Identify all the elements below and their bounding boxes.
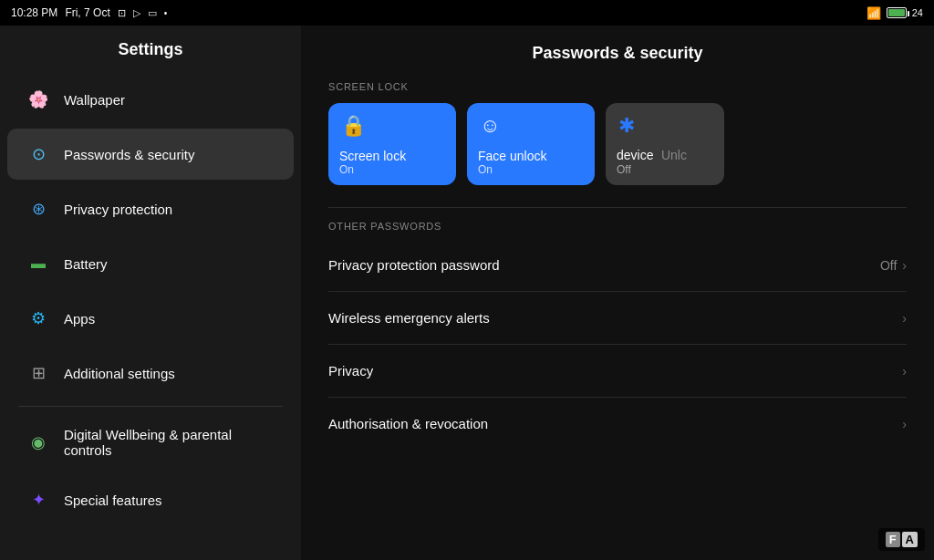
sidebar-additional-label: Additional settings bbox=[64, 366, 175, 381]
privacy-item[interactable]: Privacy › bbox=[328, 348, 907, 393]
divider-4 bbox=[328, 397, 907, 398]
additional-icon: ⊞ bbox=[26, 360, 51, 386]
privacy-password-label: Privacy protection password bbox=[328, 257, 500, 273]
time-display: 10:28 PM bbox=[11, 6, 57, 19]
chevron-icon-2: › bbox=[902, 311, 907, 326]
sidebar-item-passwords[interactable]: ⊙ Passwords & security bbox=[7, 129, 294, 180]
special-icon: ✦ bbox=[26, 487, 51, 513]
sidebar-item-special[interactable]: ✦ Special features bbox=[7, 474, 294, 525]
auth-revocation-label: Authorisation & revocation bbox=[328, 416, 488, 431]
sidebar-item-wallpaper[interactable]: 🌸 Wallpaper bbox=[7, 74, 294, 125]
sidebar-battery-label: Battery bbox=[64, 256, 108, 272]
privacy-password-right: Off › bbox=[880, 258, 907, 273]
watermark: F A bbox=[878, 528, 925, 551]
sidebar-item-label: Wallpaper bbox=[64, 92, 125, 108]
privacy-password-value: Off bbox=[880, 258, 897, 273]
device-status: Off bbox=[617, 163, 631, 176]
battery-sidebar-icon: ▬ bbox=[26, 251, 51, 276]
sidebar-item-battery[interactable]: ▬ Battery bbox=[7, 238, 294, 289]
privacy-protection-password-item[interactable]: Privacy protection password Off › bbox=[328, 243, 907, 287]
face-icon: ☺ bbox=[480, 114, 500, 138]
screen-lock-status: On bbox=[339, 163, 354, 176]
watermark-a: A bbox=[902, 532, 918, 547]
lock-cards: 🔒 Screen lock On ☺ Face unlock On ✱ devi… bbox=[328, 103, 907, 185]
wireless-alerts-label: Wireless emergency alerts bbox=[328, 310, 490, 326]
privacy-label: Privacy bbox=[328, 363, 373, 379]
battery-icon bbox=[887, 7, 907, 18]
apps-icon: ⚙ bbox=[26, 306, 51, 331]
chevron-icon-3: › bbox=[902, 364, 907, 379]
passwords-icon: ⊙ bbox=[26, 141, 51, 167]
auth-revocation-right: › bbox=[902, 417, 907, 431]
status-bar: 10:28 PM Fri, 7 Oct ⊡ ▷ ▭ • 📶 24 bbox=[0, 0, 934, 26]
sidebar: Settings 🌸 Wallpaper ⊙ Passwords & secur… bbox=[0, 26, 301, 560]
watermark-f: F bbox=[886, 532, 900, 547]
status-bar-right: 📶 24 bbox=[867, 6, 923, 20]
digital-icon: ◉ bbox=[26, 430, 51, 455]
sidebar-digital-label: Digital Wellbeing & parental controls bbox=[64, 427, 275, 458]
content-title: Passwords & security bbox=[328, 44, 907, 63]
divider-1 bbox=[328, 207, 907, 208]
sidebar-item-digital[interactable]: ◉ Digital Wellbeing & parental controls bbox=[7, 414, 294, 471]
sidebar-privacy-label: Privacy protection bbox=[64, 202, 172, 217]
bluetooth-icon: ✱ bbox=[618, 114, 635, 138]
auth-revocation-item[interactable]: Authorisation & revocation › bbox=[328, 401, 907, 446]
device-partial: device Unlc bbox=[617, 147, 687, 163]
face-unlock-card[interactable]: ☺ Face unlock On bbox=[467, 103, 595, 185]
wireless-alerts-right: › bbox=[902, 311, 907, 326]
privacy-icon: ⊛ bbox=[26, 196, 51, 222]
sidebar-divider bbox=[18, 406, 283, 407]
cast-icon: ▭ bbox=[148, 7, 157, 19]
sidebar-item-apps[interactable]: ⚙ Apps bbox=[7, 293, 294, 344]
device-title: device bbox=[617, 148, 653, 162]
other-passwords-label: OTHER PASSWORDS bbox=[328, 221, 907, 232]
wifi-icon: 📶 bbox=[867, 6, 881, 20]
wireless-alerts-item[interactable]: Wireless emergency alerts › bbox=[328, 296, 907, 340]
chevron-icon: › bbox=[902, 258, 907, 273]
device-card[interactable]: ✱ device Unlc Off bbox=[606, 103, 724, 185]
content-area: Passwords & security SCREEN LOCK 🔒 Scree… bbox=[301, 26, 934, 560]
divider-3 bbox=[328, 344, 907, 345]
status-bar-left: 10:28 PM Fri, 7 Oct ⊡ ▷ ▭ • bbox=[11, 6, 167, 19]
lock-icon: 🔒 bbox=[341, 114, 366, 138]
media-icon: ⊡ bbox=[118, 7, 126, 19]
wallpaper-icon: 🌸 bbox=[26, 87, 51, 112]
face-unlock-title: Face unlock bbox=[478, 149, 546, 163]
sidebar-title: Settings bbox=[0, 26, 301, 72]
privacy-right: › bbox=[902, 364, 907, 379]
sidebar-item-privacy[interactable]: ⊛ Privacy protection bbox=[7, 183, 294, 234]
sidebar-apps-label: Apps bbox=[64, 311, 95, 327]
dot-icon: • bbox=[164, 8, 168, 18]
screen-lock-card[interactable]: 🔒 Screen lock On bbox=[328, 103, 456, 185]
face-unlock-status: On bbox=[478, 163, 493, 176]
play-icon: ▷ bbox=[133, 7, 140, 19]
date-display: Fri, 7 Oct bbox=[65, 6, 109, 19]
divider-2 bbox=[328, 291, 907, 292]
screen-lock-title: Screen lock bbox=[339, 149, 406, 163]
main-layout: Settings 🌸 Wallpaper ⊙ Passwords & secur… bbox=[0, 26, 934, 560]
screen-lock-section-label: SCREEN LOCK bbox=[328, 81, 907, 92]
sidebar-item-additional[interactable]: ⊞ Additional settings bbox=[7, 347, 294, 399]
sidebar-special-label: Special features bbox=[64, 493, 162, 508]
battery-level: 24 bbox=[912, 7, 923, 18]
sidebar-passwords-label: Passwords & security bbox=[64, 147, 194, 162]
chevron-icon-4: › bbox=[902, 417, 907, 431]
